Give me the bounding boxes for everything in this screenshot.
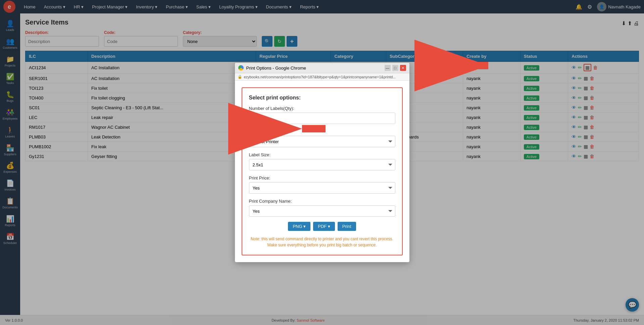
label-size-label: Label Size: [249,152,395,157]
qty-label: Number of Labels(Qty): [249,106,395,111]
print-company-label: Print Company Name: [249,199,395,204]
qty-group: Number of Labels(Qty): 1 [249,106,395,124]
modal-note: Note: this will send command directly to… [249,236,395,248]
print-price-label: Print Price: [249,175,395,180]
png-button[interactable]: PNG ▾ [288,222,310,231]
modal-window: Print Options - Google Chrome — □ ✕ 🔒 ez… [235,63,409,262]
printer-group: Printer: Select Printer [249,129,395,147]
print-price-group: Print Price: Yes No [249,175,395,194]
label-size-select[interactable]: 2.5x1 [249,159,395,170]
pdf-button[interactable]: PDF ▾ [313,222,335,231]
modal-body: Select print options: Number of Labels(Q… [242,87,403,255]
modal-url: ezybooks.net/comman/printoptions?id=187&… [244,75,396,79]
modal-content-title: Select print options: [249,95,395,101]
modal-title: Print Options - Google Chrome [246,66,306,71]
modal-url-bar: 🔒 ezybooks.net/comman/printoptions?id=18… [235,73,409,81]
modal-titlebar: Print Options - Google Chrome — □ ✕ [235,63,409,73]
qty-input[interactable]: 1 [249,113,395,124]
printer-label: Printer: [249,129,395,134]
printer-select[interactable]: Select Printer [249,136,395,147]
print-company-select[interactable]: Yes No [249,205,395,217]
print-price-select[interactable]: Yes No [249,182,395,194]
close-button[interactable]: ✕ [400,65,406,71]
lock-icon: 🔒 [238,75,242,79]
modal-controls: — □ ✕ [385,65,406,71]
minimize-button[interactable]: — [385,65,391,71]
print-button[interactable]: Print [338,222,356,231]
chrome-icon [238,65,244,71]
modal-titlebar-left: Print Options - Google Chrome [238,65,306,71]
label-size-group: Label Size: 2.5x1 [249,152,395,170]
modal-buttons: PNG ▾ PDF ▾ Print [249,222,395,231]
print-company-group: Print Company Name: Yes No [249,199,395,217]
modal-overlay[interactable]: Print Options - Google Chrome — □ ✕ 🔒 ez… [0,0,644,315]
maximize-button[interactable]: □ [392,65,398,71]
